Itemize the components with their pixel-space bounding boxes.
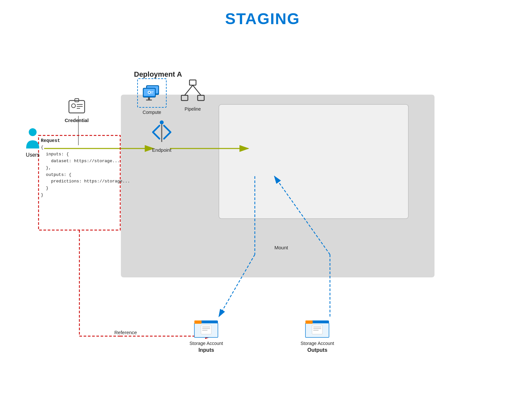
- credential-label: Credential: [65, 117, 89, 123]
- request-title: Request: [41, 137, 130, 144]
- mount-label: Mount: [274, 245, 288, 250]
- svg-rect-33: [151, 91, 154, 92]
- storage-inputs-svg: [193, 317, 219, 339]
- storage-inputs-label: Storage Account: [189, 341, 223, 346]
- svg-rect-36: [146, 100, 152, 101]
- credential-svg: [68, 98, 86, 116]
- storage-outputs: Storage Account Outputs: [301, 317, 334, 353]
- svg-rect-38: [181, 95, 188, 101]
- endpoint-label: Endpoint: [152, 147, 171, 153]
- svg-line-41: [193, 85, 201, 95]
- svg-rect-44: [194, 320, 202, 324]
- svg-line-11: [219, 255, 255, 317]
- svg-rect-45: [201, 325, 211, 334]
- compute-box: [137, 78, 167, 108]
- storage-outputs-svg: [304, 317, 330, 339]
- svg-rect-52: [312, 325, 322, 334]
- storage-outputs-label: Storage Account: [301, 341, 334, 346]
- endpoint-svg: [150, 119, 173, 145]
- svg-point-32: [149, 92, 150, 93]
- reference-label: Reference: [114, 330, 137, 335]
- svg-point-18: [29, 128, 37, 136]
- deployment-label: Deployment A: [134, 70, 182, 79]
- svg-rect-35: [148, 97, 150, 100]
- user-figure: [23, 127, 42, 150]
- compute-label: Compute: [143, 110, 161, 115]
- diagram-arrows: [16, 52, 506, 395]
- svg-point-20: [72, 104, 75, 108]
- page-title: STAGING: [0, 0, 525, 28]
- request-block: Request { inputs: { dataset: https://sto…: [41, 137, 130, 199]
- diagram-container: Deployment A Users Credential Request { …: [16, 52, 506, 395]
- svg-rect-37: [189, 80, 196, 85]
- compute-svg: [140, 82, 163, 104]
- svg-point-25: [160, 120, 164, 124]
- svg-line-40: [185, 85, 193, 95]
- storage-outputs-sublabel: Outputs: [307, 347, 327, 353]
- pipeline-label: Pipeline: [185, 106, 201, 112]
- credential-icon: Credential: [65, 98, 89, 123]
- svg-line-13: [274, 176, 330, 255]
- svg-rect-39: [198, 95, 204, 101]
- users-label: Users: [26, 152, 40, 158]
- users-icon: Users: [23, 127, 42, 158]
- svg-rect-34: [151, 93, 153, 93]
- compute-icon: Compute: [137, 78, 167, 115]
- pipeline-icon: Pipeline: [180, 78, 206, 112]
- endpoint-icon: Endpoint: [150, 119, 173, 153]
- svg-rect-1: [219, 104, 408, 219]
- storage-inputs: Storage Account Inputs: [189, 317, 223, 353]
- storage-inputs-sublabel: Inputs: [198, 347, 214, 353]
- pipeline-svg: [180, 78, 206, 104]
- request-body: { inputs: { dataset: https://storage... …: [41, 144, 130, 198]
- svg-rect-51: [305, 320, 313, 324]
